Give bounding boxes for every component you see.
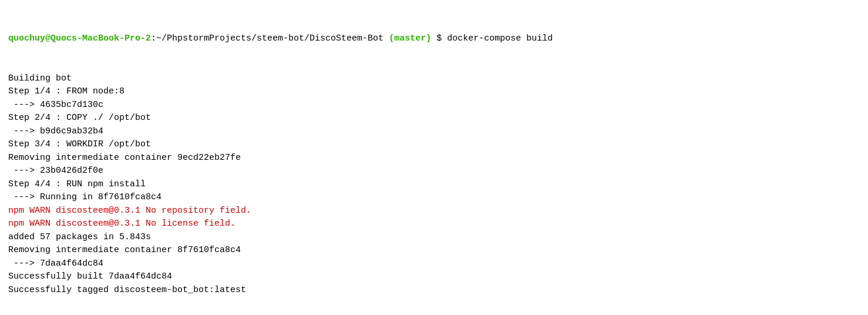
prompt-line: quochuy@Quocs-MacBook-Pro-2:~/PhpstormPr… (8, 32, 860, 46)
path: :~/PhpstormProjects/steem-bot/DiscoSteem… (151, 33, 383, 43)
terminal-line-warn2: npm WARN discosteem@0.3.1 No license fie… (8, 217, 860, 231)
terminal-line-building: Building bot (8, 72, 860, 86)
terminal-line-step1: Step 1/4 : FROM node:8 (8, 85, 860, 99)
terminal-line-step2-hash: ---> b9d6c9ab32b4 (8, 125, 860, 139)
terminal-line-step3: Step 3/4 : WORKDIR /opt/bot (8, 138, 860, 152)
branch: (master) (383, 33, 431, 43)
command: $ docker-compose build (431, 33, 553, 43)
terminal-line-step2: Step 2/4 : COPY ./ /opt/bot (8, 112, 860, 125)
output-lines: Building botStep 1/4 : FROM node:8 ---> … (8, 72, 860, 297)
terminal-line-success2: Successfully tagged discosteem-bot_bot:l… (8, 284, 860, 297)
terminal-line-success1: Successfully built 7daa4f64dc84 (8, 270, 860, 284)
terminal-line-added: added 57 packages in 5.843s (8, 231, 860, 244)
terminal-line-step4: Step 4/4 : RUN npm install (8, 178, 860, 192)
terminal-line-running: ---> Running in 8f7610fca8c4 (8, 191, 860, 205)
terminal-line-removing1: Removing intermediate container 9ecd22eb… (8, 152, 860, 165)
user-host: quochuy@Quocs-MacBook-Pro-2 (8, 33, 151, 43)
terminal-window: quochuy@Quocs-MacBook-Pro-2:~/PhpstormPr… (8, 6, 860, 310)
terminal-line-step4-hash: ---> 7daa4f64dc84 (8, 257, 860, 271)
terminal-line-removing2: Removing intermediate container 8f7610fc… (8, 244, 860, 257)
terminal-line-step3-hash: ---> 23b0426d2f0e (8, 165, 860, 178)
terminal-line-warn1: npm WARN discosteem@0.3.1 No repository … (8, 205, 860, 218)
terminal-line-step1-hash: ---> 4635bc7d130c (8, 99, 860, 112)
